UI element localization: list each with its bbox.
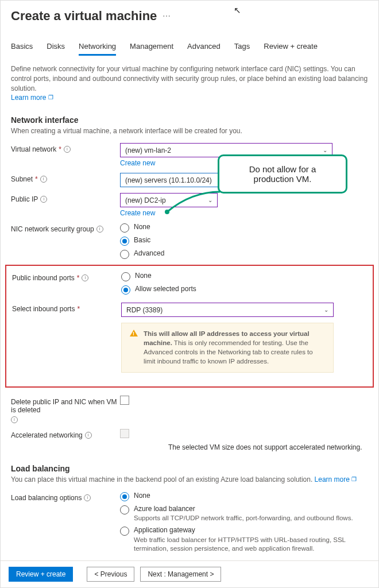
page-header: Create a virtual machine ⋯ (11, 9, 368, 24)
tab-management[interactable]: Management (130, 38, 173, 56)
intro-body: Define network connectivity for your vir… (11, 65, 368, 92)
external-link-icon: ❐ (48, 94, 53, 100)
lb-option-desc: Web traffic load balancer for HTTP/HTTPS… (134, 536, 368, 553)
section-network-interface-title: Network interface (11, 115, 368, 125)
section-network-interface-sub: When creating a virtual machine, a netwo… (11, 127, 368, 135)
info-icon[interactable]: i (40, 196, 47, 203)
chevron-down-icon: ⌄ (324, 307, 328, 313)
section-load-balancing-sub: You can place this virtual machine in th… (11, 475, 368, 483)
radio-icon (120, 223, 129, 233)
create-new-ip-link[interactable]: Create new (120, 209, 368, 217)
radio-icon (121, 272, 130, 281)
public-ports-option-label: Allow selected ports (135, 285, 196, 294)
label-public-ports: Public inbound ports (12, 274, 75, 282)
info-icon[interactable]: i (11, 416, 18, 423)
learn-more-link[interactable]: Learn more ❐ (11, 94, 53, 102)
lb-option-label: Azure load balancer (134, 505, 353, 514)
public-ports-option[interactable]: None (121, 272, 367, 281)
info-icon[interactable]: i (84, 494, 91, 501)
radio-icon (120, 237, 129, 246)
radio-icon (120, 250, 129, 259)
lb-option[interactable]: None (120, 492, 368, 501)
radio-icon (120, 492, 129, 501)
public-ports-option[interactable]: Allow selected ports (121, 285, 367, 295)
nsg-option[interactable]: None (120, 223, 368, 233)
warning-icon (130, 330, 138, 336)
radio-icon (120, 505, 129, 514)
footer-bar: Review + create < Previous Next : Manage… (1, 560, 378, 587)
next-button[interactable]: Next : Management > (140, 567, 221, 582)
inbound-ports-select[interactable]: RDP (3389) ⌄ (121, 303, 334, 317)
tab-basics[interactable]: Basics (11, 38, 33, 56)
nsg-option-label: None (134, 223, 150, 232)
label-subnet: Subnet (11, 175, 33, 183)
radio-icon (120, 527, 129, 536)
info-icon[interactable]: i (40, 176, 47, 183)
chevron-down-icon: ⌄ (323, 147, 327, 153)
radio-icon (121, 285, 130, 295)
section-load-balancing-title: Load balancing (11, 464, 368, 473)
nsg-option[interactable]: Basic (120, 236, 368, 246)
label-accel: Accelerated networking (11, 431, 83, 439)
tab-bar: BasicsDisksNetworkingManagementAdvancedT… (11, 38, 368, 56)
info-icon[interactable]: i (96, 226, 103, 233)
previous-button[interactable]: < Previous (87, 567, 134, 582)
info-icon[interactable]: i (82, 274, 88, 281)
warning-banner: This will allow all IP addresses to acce… (121, 323, 334, 372)
tab-review-create[interactable]: Review + create (264, 38, 318, 56)
label-nsg: NIC network security group (11, 225, 94, 233)
lb-radio-group: NoneAzure load balancerSupports all TCP/… (120, 492, 368, 553)
nsg-option[interactable]: Advanced (120, 249, 368, 259)
tab-networking[interactable]: Networking (79, 38, 116, 56)
lb-option-desc: Supports all TCP/UDP network traffic, po… (134, 514, 353, 523)
public-ports-radio-group: NoneAllow selected ports (121, 272, 367, 295)
accel-note: The selected VM size does not support ac… (168, 443, 368, 451)
page-title: Create a virtual machine (11, 9, 157, 24)
tab-tags[interactable]: Tags (234, 38, 250, 56)
review-create-button[interactable]: Review + create (9, 567, 73, 582)
nsg-option-label: Basic (134, 236, 150, 245)
required-icon: * (59, 145, 61, 153)
accel-checkbox (120, 429, 129, 438)
intro-text: Define network connectivity for your vir… (11, 64, 368, 103)
lb-option[interactable]: Application gatewayWeb traffic load bala… (120, 526, 368, 552)
info-icon[interactable]: i (64, 146, 71, 153)
lb-option-label: None (134, 492, 150, 501)
info-icon[interactable]: i (85, 432, 92, 439)
label-inbound-ports: Select inbound ports (12, 305, 75, 313)
external-link-icon: ❐ (351, 476, 357, 482)
label-delete-nic: Delete public IP and NIC when VM is dele… (11, 398, 120, 414)
nsg-radio-group: NoneBasicAdvanced (120, 223, 368, 259)
tab-disks[interactable]: Disks (47, 38, 65, 56)
more-icon[interactable]: ⋯ (163, 11, 171, 21)
label-lb-options: Load balancing options (11, 494, 82, 502)
tab-advanced[interactable]: Advanced (187, 38, 221, 56)
highlight-box: Public inbound ports * i NoneAllow selec… (5, 265, 374, 387)
annotation-callout: Do not allow for a production VM. (218, 154, 347, 194)
label-virtual-network: Virtual network (11, 145, 56, 153)
lb-learn-more-link[interactable]: Learn more ❐ (315, 475, 357, 483)
svg-point-0 (165, 210, 169, 214)
nsg-option-label: Advanced (134, 249, 164, 258)
delete-nic-checkbox[interactable] (120, 396, 129, 405)
lb-option-label: Application gateway (134, 526, 368, 535)
lb-option[interactable]: Azure load balancerSupports all TCP/UDP … (120, 505, 368, 523)
public-ports-option-label: None (135, 272, 152, 281)
cursor-icon: ↖ (234, 5, 241, 16)
label-public-ip: Public IP (11, 195, 38, 203)
